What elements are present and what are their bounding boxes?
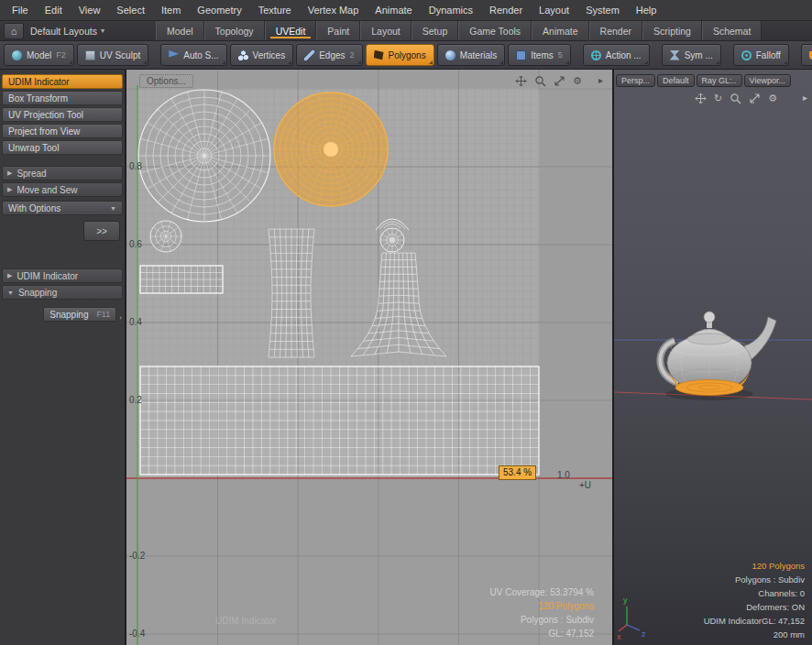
toolbar-items-button[interactable]: Items 5 [508,44,570,66]
tool-box-transform[interactable]: Box Transform [2,91,123,105]
viewport-status-block: 120 Polygons Polygons : Subdiv Channels:… [704,559,805,641]
section-spread[interactable]: ▶ Spread [2,166,123,180]
toolbar-falloff-button[interactable]: Falloff [733,44,789,66]
menu-texture[interactable]: Texture [250,5,300,16]
vp-gl-count: UDIM IndicatorGL: 47,152 [704,614,805,628]
chevron-down-icon: ▾ [101,27,104,35]
pan-icon[interactable] [515,75,527,87]
layout-switcher-label: Default Layouts [30,26,97,37]
panel-menu-arrow-icon[interactable]: ▸ [803,93,807,103]
layout-tab-topology[interactable]: Topology [204,21,265,40]
panel-menu-arrow-icon[interactable]: ▸ [598,75,603,85]
layout-tab-render[interactable]: Render [589,21,642,40]
toolbar-snapping-button[interactable]: Snapp [801,44,812,66]
layout-switcher[interactable]: Default Layouts ▾ [30,26,104,37]
layout-tab-layout[interactable]: Layout [360,21,411,40]
layout-tab-animate[interactable]: Animate [532,21,589,40]
gear-icon[interactable]: ⚙ [768,93,777,104]
expand-panel-button[interactable]: >> [83,221,120,241]
tool-unwrap[interactable]: Unwrap Tool [2,140,123,155]
with-options-dropdown[interactable]: With Options ▼ [2,201,123,215]
menu-system[interactable]: System [577,5,628,16]
snapping-button[interactable]: Snapping F11 [43,307,116,322]
uv-editor[interactable]: Options... ⚙ ▸ 0.8 0.6 0.4 0.2 -0.2 -0.4… [126,70,612,645]
menu-layout[interactable]: Layout [531,5,577,16]
menu-render[interactable]: Render [481,5,531,16]
chevron-right-icon: ▶ [7,169,12,177]
vp-tab-ray-gl[interactable]: Ray GL:.. [697,74,742,87]
toolbar-uv-sculpt-button[interactable]: UV Sculpt [77,44,148,66]
toolbar-edges-button[interactable]: Edges 2 [296,44,362,66]
uv-gl-count: GL: 47,152 [490,627,594,640]
toolbar-vertices-button[interactable]: Vertices [230,44,294,66]
menu-dynamics[interactable]: Dynamics [421,5,481,16]
orbit-icon[interactable]: ↻ [714,93,722,104]
section-spread-label: Spread [16,169,46,179]
viewport-tabs: Persp... Default Ray GL:.. Viewpor... [616,74,791,87]
menu-file[interactable]: File [4,5,37,16]
zoom-icon[interactable] [730,93,741,104]
menu-geometry[interactable]: Geometry [189,5,249,16]
layout-tab-uvedit[interactable]: UVEdit [265,21,317,40]
home-glyph: ⌂ [11,26,17,37]
toolbar-action-center-button[interactable]: Action ... [583,44,650,66]
viewport-3d[interactable]: Persp... Default Ray GL:.. Viewpor... ↻ … [612,70,812,645]
toolbar-materials-button[interactable]: Materials [437,44,506,66]
toolbar-items-label: Items [531,50,553,60]
menu-select[interactable]: Select [108,5,153,16]
tool-udim-indicator[interactable]: UDIM Indicator [2,74,123,89]
maximize-icon[interactable] [749,93,761,104]
vp-tab-viewport[interactable]: Viewpor... [744,74,791,87]
layout-tab-model[interactable]: Model [156,21,204,40]
tool-udim-indicator-label: UDIM Indicator [8,77,70,87]
layout-tab-schematic[interactable]: Schemat [702,21,762,40]
vp-polygon-count: 120 Polygons [704,559,805,573]
layout-tab-scripting[interactable]: Scripting [642,21,702,40]
toolbar-symmetry-label: Sym ... [685,50,713,60]
pan-icon[interactable] [695,93,707,104]
edges-icon [304,50,314,60]
toolbar-model-button[interactable]: Model F2 [4,44,74,66]
vp-tab-default[interactable]: Default [657,74,695,87]
home-icon[interactable]: ⌂ [4,23,24,39]
toolbar-polygons-button[interactable]: Polygons [366,44,434,66]
toolbar-items-hint: 5 [558,50,563,60]
section-move-and-sew[interactable]: ▶ Move and Sew [2,182,123,197]
toolbar-falloff-label: Falloff [756,50,781,60]
layout-tab-setup[interactable]: Setup [411,21,458,40]
snapping-button-hint: F11 [96,310,110,319]
menu-item[interactable]: Item [153,5,189,16]
active-tool-label: UDIM Indicator [215,616,277,626]
layout-tab-paint[interactable]: Paint [316,21,360,40]
axis-gizmo: y x z [616,594,653,641]
section-snapping[interactable]: ▼ Snapping [2,285,123,300]
layout-tab-game-tools[interactable]: Game Tools [458,21,532,40]
tool-uv-projection-label: UV Projection Tool [8,110,83,120]
u-tick-10: 1.0 [557,470,570,480]
chevron-right-icon: ▶ [7,272,12,279]
menu-edit[interactable]: Edit [37,5,71,16]
uv-sculpt-icon [85,50,95,60]
viewport-toolbar: ↻ ⚙ [695,93,777,104]
polygons-icon [374,50,384,60]
menu-view[interactable]: View [71,5,109,16]
menubar: File Edit View Select Item Geometry Text… [0,0,812,21]
tool-project-from-view[interactable]: Project from View [2,124,123,138]
menu-vertex-map[interactable]: Vertex Map [300,5,368,16]
zoom-icon[interactable] [534,75,546,87]
toolbar-symmetry-button[interactable]: Sym ... [662,44,721,66]
uv-canvas[interactable] [126,70,612,645]
menu-help[interactable]: Help [628,5,665,16]
chevron-down-icon: ▼ [7,290,14,296]
maximize-icon[interactable] [554,75,565,87]
menu-animate[interactable]: Animate [367,5,420,16]
vp-tab-perspective[interactable]: Persp... [616,74,655,87]
toolbar-materials-label: Materials [460,50,498,60]
gear-icon[interactable]: ⚙ [573,76,582,86]
section-udim-indicator[interactable]: ▶ UDIM Indicator [2,268,123,283]
snapping-suffix: , [119,310,122,320]
toolbar-auto-select-button[interactable]: Auto S... [160,44,226,66]
tool-uv-projection[interactable]: UV Projection Tool [2,107,123,122]
toolbar-model-hint: F2 [56,50,66,60]
options-button[interactable]: Options... [139,74,193,88]
